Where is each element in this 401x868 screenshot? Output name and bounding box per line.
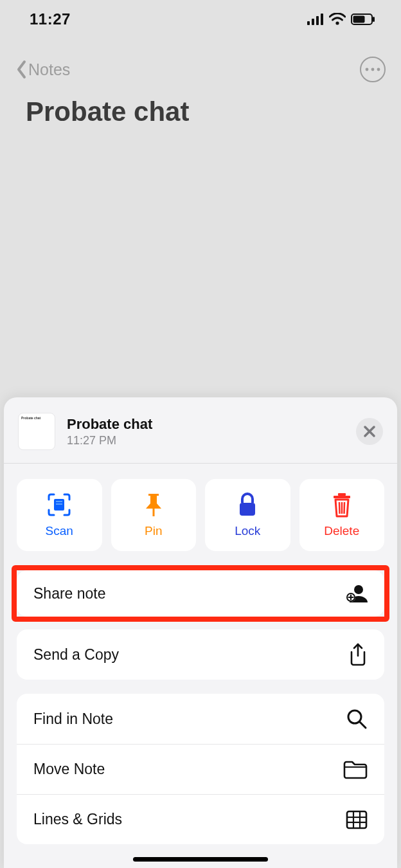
svg-rect-0 <box>307 21 310 25</box>
trash-icon <box>330 492 353 518</box>
action-row: Scan Pin Lock <box>4 464 397 565</box>
svg-point-8 <box>366 68 369 71</box>
nav-bar: Notes <box>0 50 401 89</box>
home-indicator[interactable] <box>133 857 268 862</box>
close-sheet-button[interactable] <box>356 418 383 445</box>
svg-line-20 <box>339 502 340 514</box>
svg-rect-16 <box>152 509 154 516</box>
share-note-row[interactable]: Share note <box>17 570 384 617</box>
highlight-frame: Share note <box>12 565 389 622</box>
share-icon <box>348 643 368 666</box>
chevron-left-icon <box>15 60 27 79</box>
delete-button[interactable]: Delete <box>299 479 385 551</box>
sheet-subtitle: 11:27 PM <box>67 434 344 448</box>
list-group-send: Send a Copy <box>17 629 384 680</box>
wifi-icon <box>329 13 346 26</box>
close-icon <box>363 425 376 438</box>
svg-rect-6 <box>353 16 365 23</box>
move-note-label: Move Note <box>33 761 105 778</box>
cellular-icon <box>307 14 324 25</box>
delete-label: Delete <box>324 524 359 538</box>
folder-icon <box>343 760 368 779</box>
find-in-note-row[interactable]: Find in Note <box>17 694 384 744</box>
svg-rect-15 <box>56 503 62 505</box>
back-label: Notes <box>28 60 70 79</box>
lock-label: Lock <box>235 524 260 538</box>
lock-icon <box>236 492 258 518</box>
pin-button[interactable]: Pin <box>111 479 197 551</box>
find-in-note-label: Find in Note <box>33 710 113 728</box>
list-group-more: Find in Note Move Note L <box>17 694 384 844</box>
svg-line-22 <box>344 502 344 514</box>
svg-rect-17 <box>240 503 255 516</box>
sheet-header: Probate chat 11:27 PM <box>4 397 397 464</box>
svg-rect-1 <box>312 19 314 25</box>
note-thumbnail <box>18 413 55 450</box>
svg-point-10 <box>377 68 380 71</box>
lines-grids-label: Lines & Grids <box>33 811 122 828</box>
scan-button[interactable]: Scan <box>17 479 102 551</box>
status-bar: 11:27 <box>0 0 401 39</box>
svg-line-30 <box>360 722 366 728</box>
scan-icon <box>46 492 72 518</box>
status-icons <box>307 13 375 26</box>
svg-rect-14 <box>56 501 62 502</box>
note-title: Probate chat <box>26 96 189 127</box>
share-sheet: Probate chat 11:27 PM <box>4 397 397 868</box>
share-note-label: Share note <box>33 585 106 602</box>
svg-rect-3 <box>321 14 323 25</box>
svg-rect-19 <box>334 496 350 498</box>
svg-point-23 <box>354 585 363 594</box>
sheet-title: Probate chat <box>67 416 344 433</box>
ellipsis-icon <box>365 68 380 71</box>
lock-button[interactable]: Lock <box>205 479 290 551</box>
lines-grids-row[interactable]: Lines & Grids <box>17 794 384 844</box>
more-button[interactable] <box>360 57 386 82</box>
battery-icon <box>351 14 375 25</box>
grid-icon <box>346 810 368 829</box>
move-note-row[interactable]: Move Note <box>17 744 384 794</box>
pin-label: Pin <box>145 524 162 538</box>
svg-rect-7 <box>373 17 375 22</box>
send-copy-row[interactable]: Send a Copy <box>17 629 384 680</box>
svg-rect-18 <box>338 493 346 496</box>
add-person-icon <box>344 583 368 604</box>
scan-label: Scan <box>46 524 73 538</box>
send-copy-label: Send a Copy <box>33 646 119 664</box>
svg-point-4 <box>335 21 339 24</box>
back-button[interactable]: Notes <box>15 60 70 79</box>
pin-icon <box>142 492 165 518</box>
svg-point-9 <box>371 68 375 71</box>
status-time: 11:27 <box>30 10 71 28</box>
search-icon <box>346 708 368 730</box>
svg-rect-32 <box>347 811 366 828</box>
svg-rect-2 <box>316 16 319 25</box>
